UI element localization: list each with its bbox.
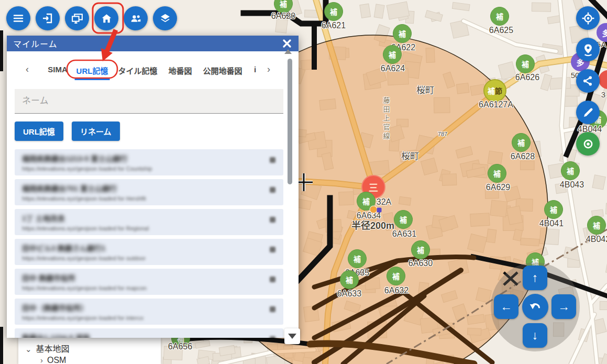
rename-button[interactable]: リネーム bbox=[72, 122, 120, 141]
marker-label: 6A633 bbox=[337, 289, 361, 299]
tab-0[interactable]: SIMA bbox=[48, 65, 68, 74]
list-item-subtitle: https://elevations.xyz/geojson loaded fo… bbox=[22, 255, 262, 261]
tab-4[interactable]: 公開地番図 bbox=[203, 65, 242, 76]
gear-icon[interactable] bbox=[270, 247, 275, 252]
list-item-subtitle: https://elevations.xyz/geojson loaded fo… bbox=[22, 285, 262, 291]
map-marker[interactable] bbox=[370, 206, 378, 214]
map-marker[interactable]: 補 bbox=[561, 161, 580, 180]
layers-panel: ⌄基本地図 ›OSM bbox=[18, 338, 161, 364]
pan-up-button[interactable]: ↑ bbox=[523, 266, 547, 290]
map-marker[interactable]: 補 bbox=[488, 164, 506, 183]
marker-label: 6A624 bbox=[381, 64, 405, 73]
map-marker[interactable]: 補 bbox=[394, 210, 413, 229]
list-item-title: 田中 飾磨市役所 bbox=[22, 272, 262, 283]
list-item[interactable]: 飾磨台1-1234-5 道路https://elevations.xyz/geo… bbox=[15, 328, 283, 338]
scroll-up-arrow[interactable] bbox=[284, 49, 292, 54]
map-marker[interactable]: 補 bbox=[544, 200, 563, 219]
app-stage: 桜町桜町787藤田上官線半径200m505A3 補6A620補6A621補6A6… bbox=[0, 0, 607, 364]
map-marker[interactable]: 補 bbox=[587, 216, 606, 235]
tree-item-osm[interactable]: ›OSM bbox=[40, 356, 66, 364]
undo-button[interactable] bbox=[522, 294, 548, 320]
url-memory-button[interactable]: URL記憶 bbox=[15, 122, 63, 141]
map-pin-icon bbox=[581, 43, 595, 57]
share-button[interactable] bbox=[576, 69, 600, 93]
target-button[interactable] bbox=[576, 132, 600, 156]
displays-icon bbox=[71, 12, 84, 25]
users-icon bbox=[129, 12, 142, 25]
gear-icon[interactable] bbox=[270, 306, 275, 312]
marker-glyph: 補 bbox=[567, 166, 574, 176]
scrollbar-thumb[interactable] bbox=[288, 59, 292, 184]
list-item[interactable]: 福岡県飾磨台1213-5 富士山銀行https://elevations.xyz… bbox=[15, 149, 283, 175]
login-button[interactable] bbox=[36, 6, 60, 30]
pan-right-button[interactable]: → bbox=[551, 294, 576, 319]
marker-glyph: 補 bbox=[593, 220, 600, 230]
map-marker[interactable]: 補 bbox=[324, 2, 343, 21]
list-item-title: 福岡県飾磨台1213-5 富士山銀行 bbox=[22, 153, 262, 163]
list-item[interactable]: 1丁 土地改良https://elevations.xyz/geojson lo… bbox=[15, 209, 283, 235]
close-button[interactable] bbox=[282, 38, 292, 49]
map-marker[interactable]: 補 bbox=[340, 270, 359, 289]
list-item[interactable]: 福岡県飾磨台701 富士山銀行https://elevations.xyz/ge… bbox=[15, 179, 283, 205]
map-marker[interactable]: 補 bbox=[411, 240, 430, 259]
gear-icon[interactable] bbox=[270, 277, 275, 282]
marker-glyph: 補 bbox=[517, 137, 525, 148]
tab-3[interactable]: 地番図 bbox=[168, 65, 192, 76]
my-location-button[interactable] bbox=[576, 38, 600, 61]
list-item[interactable]: 田中 飾磨市役所https://elevations.xyz/geojson l… bbox=[15, 269, 283, 295]
tab-5[interactable]: i bbox=[254, 65, 256, 74]
tabs-prev-button[interactable]: ‹ bbox=[26, 64, 29, 75]
locate-button[interactable] bbox=[576, 6, 600, 30]
my-room-dialog: マイルーム ‹ › SIMAURL記憶タイル記憶地番図公開地番図i URL記憶 … bbox=[7, 36, 299, 338]
map-marker[interactable]: 補 bbox=[348, 249, 367, 268]
marker-label: 4B043 bbox=[560, 180, 584, 190]
pan-down-button[interactable]: ↓ bbox=[523, 323, 547, 348]
list-item[interactable]: 田中（飾磨市役所）https://elevations.xyz/geojson … bbox=[15, 299, 283, 325]
tab-2[interactable]: タイル記憶 bbox=[118, 65, 157, 76]
list-item-title: 田中ビル3 飾磨さん銀行1 bbox=[22, 242, 262, 253]
layers-button[interactable] bbox=[153, 6, 177, 30]
displays-button[interactable] bbox=[65, 6, 89, 30]
marker-label: 4B041 bbox=[539, 219, 564, 228]
menu-button[interactable] bbox=[6, 6, 30, 30]
marker-glyph: 補 bbox=[392, 271, 400, 281]
edit-button[interactable] bbox=[576, 101, 600, 124]
map-marker[interactable]: 補 bbox=[512, 133, 531, 152]
map-marker[interactable]: 補 bbox=[516, 54, 535, 73]
marker-label: 6A6127A bbox=[479, 100, 513, 109]
map-marker[interactable]: 補 bbox=[387, 267, 405, 285]
marker-glyph: 補 bbox=[493, 168, 501, 179]
tab-url-memory[interactable]: URL記憶 bbox=[76, 65, 108, 76]
scroll-down-button[interactable] bbox=[284, 328, 300, 344]
close-icon bbox=[282, 38, 292, 49]
list-item-title: 福岡県飾磨台701 富士山銀行 bbox=[22, 183, 262, 193]
map-marker[interactable]: 補 bbox=[393, 24, 412, 43]
dialog-header[interactable]: マイルーム bbox=[7, 36, 299, 51]
marker-glyph: 補 bbox=[400, 214, 407, 225]
gear-icon[interactable] bbox=[270, 157, 275, 163]
login-icon bbox=[41, 12, 54, 25]
gear-icon[interactable] bbox=[270, 336, 275, 338]
marker-glyph: 補 bbox=[389, 49, 396, 60]
map-marker[interactable] bbox=[599, 70, 607, 89]
tabs-next-button[interactable]: › bbox=[267, 64, 270, 75]
name-input[interactable] bbox=[15, 89, 283, 114]
map-marker[interactable]: 補節 bbox=[483, 79, 506, 102]
map-marker[interactable]: 補 bbox=[490, 7, 509, 26]
marker-label: 6A620 bbox=[271, 12, 295, 21]
map-marker[interactable] bbox=[377, 208, 382, 213]
gear-icon[interactable] bbox=[270, 217, 275, 223]
map-marker[interactable]: 多 bbox=[597, 23, 607, 42]
marker-label: 6A629 bbox=[486, 183, 510, 192]
pan-left-button[interactable]: ← bbox=[494, 294, 518, 319]
home-button[interactable] bbox=[94, 6, 118, 30]
marker-glyph: 補 bbox=[362, 196, 370, 206]
chevron-down-icon: ⌄ bbox=[25, 345, 32, 354]
list-item-title: 飾磨台1-1234-5 道路 bbox=[22, 332, 262, 338]
list-item[interactable]: 田中ビル3 飾磨さん銀行1https://elevations.xyz/geoj… bbox=[15, 239, 283, 265]
map-marker[interactable]: 補 bbox=[383, 45, 402, 64]
saved-url-list: 福岡県飾磨台1213-5 富士山銀行https://elevations.xyz… bbox=[15, 149, 283, 338]
tree-item-base-map[interactable]: ⌄基本地図 bbox=[25, 342, 70, 355]
gear-icon[interactable] bbox=[270, 187, 275, 193]
users-button[interactable] bbox=[124, 6, 148, 30]
